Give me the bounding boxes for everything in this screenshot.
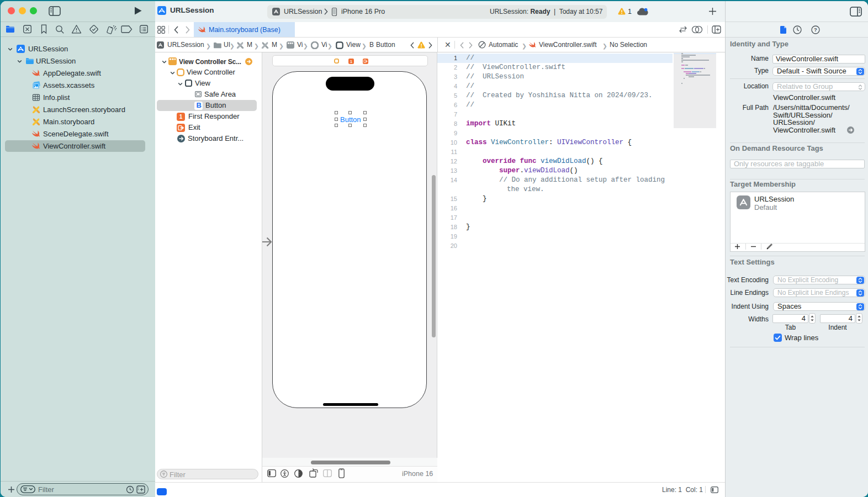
- svg-text:?: ?: [814, 27, 817, 33]
- svg-text:1: 1: [350, 60, 352, 64]
- svg-text:1: 1: [179, 114, 183, 120]
